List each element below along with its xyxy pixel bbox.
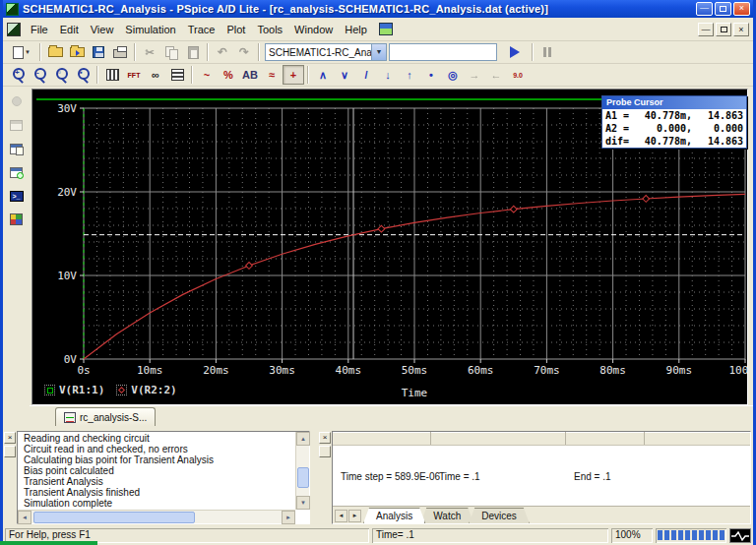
plot-toolbar: +-▫▪FFT∞~%AB≈+∧∨/↓↑•◎→←9.0 <box>3 64 753 87</box>
minimize-button[interactable]: — <box>696 2 713 16</box>
scroll-right-icon[interactable]: ► <box>282 511 295 524</box>
analysis-panel-pin-icon[interactable] <box>319 446 331 457</box>
simulation-message: Transient Analysis <box>24 476 293 487</box>
document-tab[interactable]: rc_analysis-S... <box>55 407 156 426</box>
menu-trace[interactable]: Trace <box>182 21 221 38</box>
horizontal-scroll-thumb[interactable] <box>33 512 195 523</box>
active-document-icon[interactable] <box>7 23 21 36</box>
waveform-area[interactable]: 0s10ms20ms30ms40ms50ms60ms70ms80ms90ms10… <box>32 89 748 405</box>
tab-analysis[interactable]: Analysis <box>363 508 425 523</box>
cursor-point-button[interactable]: • <box>420 65 442 85</box>
zoom-area-button[interactable]: ▫ <box>50 65 72 85</box>
view-output-file-icon[interactable] <box>7 140 27 157</box>
zoom-out-button[interactable]: - <box>29 65 50 85</box>
cut-button[interactable] <box>139 42 160 62</box>
svg-text:Time: Time <box>402 387 428 399</box>
insert-trace-button[interactable]: ≈ <box>261 65 283 85</box>
tab-scroll-right-icon[interactable]: ► <box>348 510 361 522</box>
legend-item-v-r1-1-[interactable]: V(R1:1) <box>44 384 104 396</box>
trace-legend: V(R1:1)V(R2:2) <box>44 384 177 396</box>
copy-button[interactable] <box>160 42 182 62</box>
cursor-prev-button[interactable]: ← <box>485 65 507 85</box>
svg-text:0s: 0s <box>77 364 90 377</box>
save-button[interactable] <box>88 42 109 62</box>
menu-plot[interactable]: Plot <box>220 21 251 38</box>
trace-search-input[interactable] <box>389 43 497 61</box>
analysis-panel-close-icon[interactable]: × <box>319 432 331 444</box>
tab-scroll-left-icon[interactable]: ◄ <box>335 510 347 522</box>
paste-button[interactable] <box>182 42 204 62</box>
menu-tools[interactable]: Tools <box>251 21 288 38</box>
zoom-fit-button[interactable]: ▪ <box>72 65 94 85</box>
close-button[interactable]: × <box>733 2 750 16</box>
chevron-down-icon[interactable]: ▼ <box>371 44 386 60</box>
simulation-status-icon[interactable] <box>7 92 27 110</box>
view-schematic-icon[interactable] <box>7 211 27 228</box>
child-restore-button[interactable] <box>716 23 731 36</box>
profile-combo[interactable]: SCHEMATIC1-RC_Analysis ▼ <box>265 43 387 61</box>
toggle-cursor-button[interactable]: + <box>283 65 304 85</box>
scroll-up-icon[interactable]: ▲ <box>296 432 310 446</box>
time-step-value: Time step = 589.9E-06 <box>333 471 431 482</box>
cursor-point-icon: • <box>429 69 433 81</box>
status-time-text: Time= .1 <box>372 528 608 543</box>
view-circuit-file-icon[interactable] <box>7 163 27 181</box>
maximize-button[interactable] <box>715 2 731 16</box>
new-simulation-button[interactable]: ▼ <box>7 42 36 62</box>
cursor-search-button[interactable]: ◎ <box>442 65 464 85</box>
view-results-icon[interactable] <box>7 116 27 134</box>
menu-edit[interactable]: Edit <box>54 21 85 38</box>
output-vertical-scrollbar[interactable]: ▲ ▼ <box>295 432 309 510</box>
scroll-down-icon[interactable]: ▼ <box>296 496 310 510</box>
log-x-axis-button[interactable] <box>101 65 123 85</box>
child-close-button[interactable]: × <box>733 23 749 36</box>
zoom-in-button[interactable]: + <box>7 65 29 85</box>
scroll-left-icon[interactable]: ◄ <box>18 511 32 524</box>
append-file-button[interactable] <box>66 42 88 62</box>
pause-icon <box>543 47 551 57</box>
legend-item-v-r2-2-[interactable]: V(R2:2) <box>116 384 176 396</box>
schematic-window-icon[interactable] <box>379 23 393 35</box>
fft-button[interactable]: FFT <box>123 65 145 85</box>
view-messages-icon[interactable]: >_ <box>7 187 27 205</box>
show-data-values-button[interactable]: % <box>218 65 239 85</box>
new-simulation-icon <box>13 46 24 59</box>
cursor-next-button[interactable]: → <box>464 65 485 85</box>
performance-analysis-icon: ∞ <box>152 69 159 81</box>
print-button[interactable] <box>109 42 131 62</box>
undo-button[interactable] <box>212 42 233 62</box>
menu-file[interactable]: File <box>25 21 54 38</box>
vertical-scroll-thumb[interactable] <box>297 467 309 488</box>
bottom-panels: × Reading and checking circuitCircuit re… <box>3 429 753 526</box>
menu-help[interactable]: Help <box>339 21 373 38</box>
open-file-button[interactable] <box>44 42 66 62</box>
child-minimize-button[interactable]: — <box>698 23 714 36</box>
cursor-min-button[interactable]: ↓ <box>377 65 399 85</box>
log-y-axis-button[interactable] <box>166 65 188 85</box>
add-text-label-button[interactable]: AB <box>239 65 261 85</box>
cursor-max-button[interactable]: ↑ <box>399 65 420 85</box>
output-panel-pin-icon[interactable] <box>4 446 16 457</box>
sim-time-value: Time = .1 <box>431 471 566 482</box>
show-data-values-icon: % <box>223 69 233 81</box>
tab-devices[interactable]: Devices <box>469 508 530 523</box>
redo-button[interactable] <box>233 42 255 62</box>
pause-button[interactable] <box>536 42 558 62</box>
cut-icon <box>145 46 154 59</box>
cursor-trough-button[interactable]: ∨ <box>334 65 355 85</box>
cursor-peak-button[interactable]: ∧ <box>312 65 334 85</box>
cursor-slope-button[interactable]: / <box>355 65 377 85</box>
tab-watch[interactable]: Watch <box>420 508 473 523</box>
performance-analysis-button[interactable]: ∞ <box>145 65 166 85</box>
mark-data-points-button[interactable]: ~ <box>196 65 218 85</box>
cursor-next-icon: → <box>470 69 480 81</box>
run-button[interactable] <box>503 42 529 62</box>
menu-view[interactable]: View <box>85 21 120 38</box>
mark-point-label-button[interactable]: 9.0 <box>507 65 529 85</box>
output-horizontal-scrollbar[interactable]: ◄ ► <box>18 510 295 523</box>
menu-window[interactable]: Window <box>288 21 339 38</box>
zoom-in-icon: + <box>10 67 26 83</box>
probe-cursor-titlebar[interactable]: Probe Cursor <box>602 96 746 109</box>
output-panel-close-icon[interactable]: × <box>4 432 16 444</box>
menu-simulation[interactable]: Simulation <box>119 21 181 38</box>
